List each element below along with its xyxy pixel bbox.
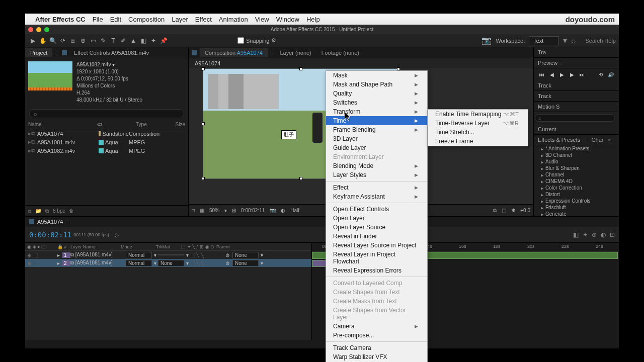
text-tool-icon[interactable]: T — [109, 36, 118, 45]
layer-context-menu[interactable]: Mask▶Mask and Shape Path▶Quality▶Switche… — [326, 70, 428, 362]
timeline-tab[interactable]: A95A1074 — [37, 219, 63, 225]
minimize-icon[interactable] — [36, 27, 41, 32]
search-icon[interactable]: ⌕ — [114, 230, 119, 239]
alpha-icon[interactable]: □ — [192, 208, 195, 213]
close-icon[interactable] — [28, 27, 33, 32]
snapping-checkbox[interactable] — [237, 37, 244, 44]
menu-item-track-camera[interactable]: Track Camera — [326, 343, 427, 352]
menu-item-layer-styles[interactable]: Layer Styles▶ — [326, 170, 427, 179]
current-timecode[interactable]: 0:00:02:11 — [29, 231, 71, 239]
menu-item-mask-and-shape-path[interactable]: Mask and Shape Path▶ — [326, 80, 427, 89]
timeline-layer[interactable]: ◉ ⬚▸1⧉ [A95A1081.m4v]Normal▾▾⬚ ╲ ╲⊚None▾ — [25, 251, 311, 259]
zoom-dropdown[interactable]: 50% — [209, 208, 219, 213]
project-item[interactable]: ▸⧉A95A1082.m4vAquaMPEG — [25, 146, 188, 155]
menu-item-warp-stabilizer-vfx[interactable]: Warp Stabilizer VFX — [326, 352, 427, 361]
handle-icon[interactable] — [202, 122, 205, 125]
menu-item-open-layer-source[interactable]: Open Layer Source — [326, 223, 427, 232]
menu-item-open-effect-controls[interactable]: Open Effect Controls — [326, 205, 427, 214]
menu-edit[interactable]: Edit — [110, 16, 121, 23]
tab-layer[interactable]: Layer (none) — [275, 48, 316, 57]
camera-icon[interactable]: 📷 — [481, 36, 492, 45]
menu-item-blending-mode[interactable]: Blending Mode▶ — [326, 161, 427, 170]
folder-icon[interactable]: 📁 — [35, 208, 41, 214]
handle-icon[interactable] — [202, 177, 205, 180]
menu-item-frame-blending[interactable]: Frame Blending▶ — [326, 125, 427, 134]
brush-tool-icon[interactable]: ✐ — [119, 36, 128, 45]
zoom-icon[interactable] — [44, 27, 49, 32]
effect-category[interactable]: Distort — [534, 191, 619, 198]
clone-tool-icon[interactable]: ▲ — [129, 36, 138, 45]
channel-icon[interactable]: ◐ — [281, 208, 285, 213]
menu-item-effect[interactable]: Effect▶ — [326, 183, 427, 192]
rect-tool-icon[interactable]: ▭ — [89, 36, 98, 45]
loop-icon[interactable]: ⟲ — [597, 70, 605, 78]
camera-view-icon[interactable]: ✱ — [511, 208, 515, 213]
menu-view[interactable]: View — [255, 16, 269, 23]
effects-search[interactable] — [535, 114, 615, 122]
bpc-toggle[interactable]: 8 bpc — [53, 208, 65, 214]
exposure-value[interactable]: +0.0 — [520, 208, 530, 213]
effect-category[interactable]: Color Correction — [534, 185, 619, 191]
tab-composition[interactable]: Composition A95A1074 — [200, 48, 268, 57]
prev-frame-icon[interactable]: ◀ — [548, 70, 556, 78]
first-frame-icon[interactable]: ⏮ — [538, 70, 546, 78]
snapshot-icon[interactable]: 📷 — [270, 208, 276, 213]
text-layer-label[interactable]: 肚子 — [281, 130, 296, 139]
interpret-icon[interactable]: ⧈ — [28, 208, 31, 214]
menu-item-pre-compose-[interactable]: Pre-compose... — [326, 331, 427, 340]
roto-tool-icon[interactable]: ✦ — [149, 36, 158, 45]
menu-item-camera[interactable]: Camera▶ — [326, 322, 427, 331]
menu-item-transform[interactable]: Transform▶ — [326, 107, 427, 116]
submenu-item-time-stretch-[interactable]: Time Stretch... — [428, 128, 528, 137]
resolution-icon[interactable]: ⊞ — [232, 208, 236, 213]
selection-tool-icon[interactable]: ▶ — [28, 36, 37, 45]
tab-footage[interactable]: Footage (none) — [316, 48, 364, 57]
workspace-dropdown[interactable]: Text — [529, 36, 559, 45]
effect-category[interactable]: * Animation Presets — [534, 145, 619, 152]
comp-breadcrumb[interactable]: A95A1074 — [189, 58, 533, 68]
project-search-input[interactable] — [29, 109, 184, 118]
submenu-item-freeze-frame[interactable]: Freeze Frame — [428, 137, 528, 146]
menu-composition[interactable]: Composition — [128, 16, 165, 23]
time-submenu[interactable]: Enable Time Remapping⌥⌘TTime-Reverse Lay… — [428, 109, 528, 146]
timecode-display[interactable]: 0:00:02:11 — [241, 208, 265, 213]
handle-icon[interactable] — [299, 177, 302, 180]
handle-icon[interactable] — [299, 67, 302, 70]
tl-option-icon[interactable]: ⊕ — [592, 231, 597, 238]
handle-icon[interactable] — [202, 67, 205, 70]
search-help-input[interactable]: Search Help — [585, 38, 616, 44]
menu-item--d-layer[interactable]: 3D Layer — [326, 134, 427, 143]
menu-file[interactable]: File — [93, 16, 103, 23]
new-comp-icon[interactable]: ⧉ — [45, 208, 49, 214]
asset-thumbnail[interactable] — [28, 61, 72, 90]
hand-tool-icon[interactable]: ✋ — [38, 36, 47, 45]
character-panel[interactable]: Char — [592, 137, 604, 143]
effect-category[interactable]: CINEMA 4D — [534, 178, 619, 185]
grid-icon[interactable]: ▦ — [200, 208, 204, 213]
puppet-tool-icon[interactable]: 📌 — [159, 36, 168, 45]
play-icon[interactable]: ▶ — [558, 70, 566, 78]
menu-animation[interactable]: Animation — [219, 16, 248, 23]
submenu-item-enable-time-remapping[interactable]: Enable Time Remapping⌥⌘T — [428, 110, 528, 119]
effect-category[interactable]: Audio — [534, 158, 619, 165]
pen-tool-icon[interactable]: ✎ — [99, 36, 108, 45]
menu-help[interactable]: Help — [306, 16, 320, 23]
last-frame-icon[interactable]: ⏭ — [578, 70, 586, 78]
menu-effect[interactable]: Effect — [195, 16, 212, 23]
menu-item-open-layer[interactable]: Open Layer — [326, 214, 427, 223]
menu-item-reveal-layer-source-in-project[interactable]: Reveal Layer Source in Project — [326, 241, 427, 250]
menu-item-reveal-expression-errors[interactable]: Reveal Expression Errors — [326, 266, 427, 275]
tl-option-icon[interactable]: ◐ — [601, 231, 606, 238]
effect-category[interactable]: Frischluft — [534, 204, 619, 211]
effect-category[interactable]: 3D Channel — [534, 152, 619, 158]
zoom-tool-icon[interactable]: 🔍 — [48, 36, 57, 45]
effect-category[interactable]: Blur & Sharpen — [534, 165, 619, 171]
project-item[interactable]: ▸⧉A95A1081.m4vAquaMPEG — [25, 138, 188, 146]
snapping-options-icon[interactable]: ⚙ — [271, 37, 276, 44]
3d-icon[interactable]: ⬚ — [502, 208, 506, 213]
effect-category[interactable]: Channel — [534, 171, 619, 178]
mute-icon[interactable]: 🔊 — [607, 70, 615, 78]
menu-layer[interactable]: Layer — [172, 16, 188, 23]
menu-item-mask[interactable]: Mask▶ — [326, 71, 427, 80]
menu-item-reveal-layer-in-project-flowchart[interactable]: Reveal Layer in Project Flowchart — [326, 250, 427, 266]
